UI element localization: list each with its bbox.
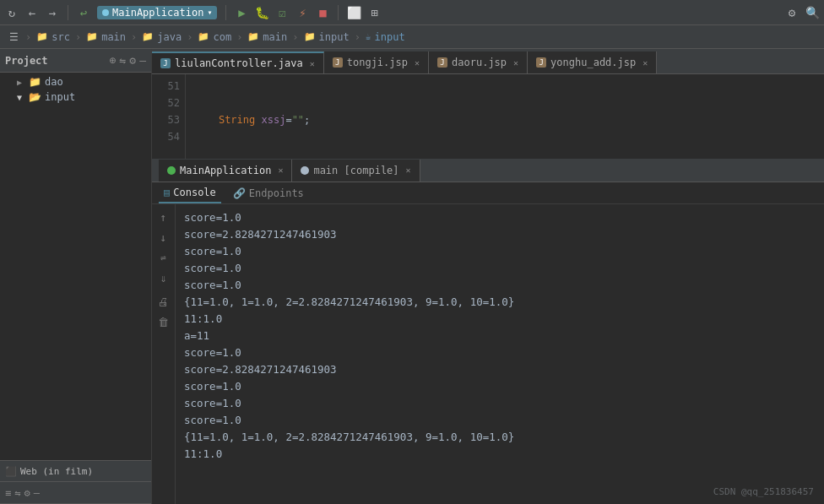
app-name-label: MainApplication <box>112 7 203 19</box>
run-tab-main-app[interactable]: MainApplication ✕ <box>159 160 292 182</box>
subpanel-tb3[interactable]: ⚙ <box>24 487 30 499</box>
bc-src[interactable]: 📁 src <box>36 31 70 43</box>
bc-main2[interactable]: 📁 main <box>247 31 287 43</box>
app-dot <box>102 9 109 16</box>
console-line-0: score=1.0 <box>184 209 816 226</box>
print-btn[interactable]: 🖨 <box>156 294 171 309</box>
tree-item-input[interactable]: ▼ 📂 input <box>0 89 151 105</box>
line-numbers: 51 52 53 54 <box>152 74 186 159</box>
search-icon[interactable]: 🔍 <box>805 6 819 19</box>
bc-main[interactable]: 📁 main <box>86 31 126 43</box>
tab-daoru-close[interactable]: ✕ <box>513 58 518 68</box>
console-side-actions: ↑ ↓ ⇌ ⇓ 🖨 🗑 <box>152 204 176 504</box>
folder-icon6: 📁 <box>304 31 316 42</box>
jsp-tab-icon2: J <box>437 57 447 68</box>
console-line-9: score=2.8284271247461903 <box>184 361 816 378</box>
folder-icon2: 📁 <box>86 31 98 42</box>
subpanel-tb1[interactable]: ≡ <box>5 487 11 499</box>
git-icon[interactable]: ⬜ <box>347 6 360 19</box>
panel-icon-group: ⊕ ⇋ ⚙ — <box>110 54 146 67</box>
app-name-badge[interactable]: MainApplication ▾ <box>97 6 217 19</box>
debug-icon[interactable]: 🐛 <box>255 6 268 19</box>
structure-icon[interactable]: ⊞ <box>367 6 381 19</box>
bc-input-file[interactable]: ☕ input <box>366 31 405 43</box>
endpoints-icon: 🔗 <box>233 187 246 199</box>
clear-btn[interactable]: 🗑 <box>156 314 171 329</box>
run-app-label: MainApplication <box>180 165 271 176</box>
run-app-close[interactable]: ✕ <box>278 165 283 175</box>
run-compile-close[interactable]: ✕ <box>406 165 411 175</box>
console-line-4: score=1.0 <box>184 277 816 294</box>
run-tab-compile[interactable]: main [compile] ✕ <box>292 160 420 182</box>
endpoints-tab-label: Endpoints <box>249 187 304 199</box>
collapse-icon[interactable]: ⇋ <box>120 54 127 67</box>
tab-liulan-close[interactable]: ✕ <box>310 59 315 68</box>
java-file-icon: ☕ <box>366 31 371 42</box>
breadcrumb-menu-icon[interactable]: ☰ <box>7 30 20 44</box>
soft-wrap-btn[interactable]: ⇌ <box>156 250 171 265</box>
bc-com[interactable]: 📁 com <box>198 31 231 43</box>
stop-icon[interactable]: ■ <box>316 6 329 19</box>
console-line-3: score=1.0 <box>184 260 816 277</box>
console-line-13: {11=1.0, 1=1.0, 2=2.8284271247461903, 9=… <box>184 429 816 446</box>
settings-panel-icon[interactable]: ⚙ <box>129 54 136 67</box>
code-editor[interactable]: 51 52 53 54 String xssj=""; if(sheet.get… <box>152 74 824 159</box>
breadcrumb-bar: ☰ › 📁 src › 📁 main › 📁 java › 📁 com › 📁 … <box>0 25 824 49</box>
console-icon: ▤ <box>164 187 170 198</box>
ln-53: 53 <box>157 111 180 128</box>
back-icon[interactable]: ← <box>25 6 39 19</box>
tree-label-dao: dao <box>45 76 63 88</box>
console-line-11: score=1.0 <box>184 395 816 412</box>
bottom-half: MainApplication ✕ main [compile] ✕ ▤ Con… <box>152 159 824 504</box>
settings-icon[interactable]: ⚙ <box>785 6 799 19</box>
console-line-8: score=1.0 <box>184 344 816 361</box>
bc-java[interactable]: 📁 java <box>142 31 182 43</box>
code-line-51: String xssj=""; <box>194 111 816 128</box>
sep2 <box>225 5 226 20</box>
subpanel-tb2[interactable]: ⇋ <box>14 487 20 499</box>
project-tree: ▶ 📁 dao ▼ 📂 input <box>0 73 151 460</box>
console-line-10: score=1.0 <box>184 378 816 395</box>
undo-icon[interactable]: ↩ <box>77 6 90 19</box>
coverage-icon[interactable]: ☑ <box>275 6 289 19</box>
console-output[interactable]: score=1.0score=2.8284271247461903score=1… <box>176 204 824 504</box>
subpanel-toolbar: ≡ ⇋ ⚙ — <box>0 482 151 504</box>
console-tab-endpoints[interactable]: 🔗 Endpoints <box>228 183 309 203</box>
tab-yonghu-close[interactable]: ✕ <box>642 58 648 68</box>
java-tab-icon: J <box>160 58 171 68</box>
console-line-7: a=11 <box>184 328 816 344</box>
tab-liulan[interactable]: J liulanController.java ✕ <box>152 51 324 73</box>
tab-tongji-close[interactable]: ✕ <box>415 58 420 68</box>
console-tab-label: Console <box>173 187 216 198</box>
app-chevron: ▾ <box>207 8 212 17</box>
scroll-down-btn[interactable]: ↓ <box>156 230 171 245</box>
tab-yonghu[interactable]: J yonghu_add.jsp ✕ <box>528 51 657 73</box>
expand-arrow-dao: ▶ <box>17 78 25 87</box>
scroll-end-btn[interactable]: ⇓ <box>156 270 171 285</box>
tab-liulan-label: liulanController.java <box>175 57 303 69</box>
editor-tabs: J liulanController.java ✕ J tongji.jsp ✕… <box>152 49 824 74</box>
console-tab-console[interactable]: ▤ Console <box>159 183 221 203</box>
subpanel-icon: ⬛ <box>5 466 17 477</box>
forward-icon[interactable]: → <box>46 6 59 19</box>
left-panel: Project ⊕ ⇋ ⚙ — ▶ 📁 dao ▼ 📂 input ⬛ Web … <box>0 49 152 504</box>
console-output-wrapper: ↑ ↓ ⇌ ⇓ 🖨 🗑 score=1.0score=2.82842712474… <box>152 204 824 504</box>
console-line-14: 11:1.0 <box>184 446 816 463</box>
tab-tongji-label: tongji.jsp <box>347 57 408 68</box>
tab-daoru[interactable]: J daoru.jsp ✕ <box>429 51 528 73</box>
tree-item-dao[interactable]: ▶ 📁 dao <box>0 74 151 89</box>
right-panel: J liulanController.java ✕ J tongji.jsp ✕… <box>152 49 824 504</box>
jsp-tab-icon3: J <box>536 57 546 68</box>
scroll-up-btn[interactable]: ↑ <box>156 209 171 225</box>
watermark: CSDN @qq_251836457 <box>713 486 814 497</box>
close-panel-icon[interactable]: — <box>139 54 146 67</box>
bc-input-folder[interactable]: 📁 input <box>304 31 350 43</box>
code-content[interactable]: String xssj=""; if(sheet.getCell(1, i).g… <box>186 74 824 159</box>
tab-tongji[interactable]: J tongji.jsp ✕ <box>324 51 429 73</box>
run-icon[interactable]: ▶ <box>235 6 248 19</box>
run-main-badge <box>301 166 309 175</box>
add-icon[interactable]: ⊕ <box>110 54 117 67</box>
refresh-icon[interactable]: ↻ <box>5 6 19 19</box>
subpanel-tb4[interactable]: — <box>34 487 40 499</box>
profile-icon[interactable]: ⚡ <box>295 6 309 19</box>
